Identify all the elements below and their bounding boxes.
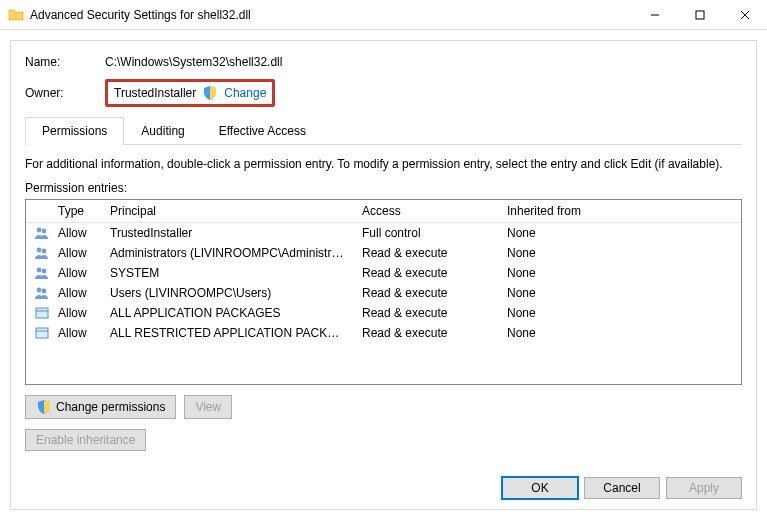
enable-inheritance-button[interactable]: Enable inheritance bbox=[25, 429, 146, 451]
cell-type: Allow bbox=[50, 222, 102, 244]
cell-type: Allow bbox=[50, 242, 102, 264]
folder-icon bbox=[8, 7, 24, 23]
svg-point-9 bbox=[42, 269, 47, 274]
change-permissions-button[interactable]: Change permissions bbox=[25, 395, 176, 419]
table-row[interactable]: AllowALL RESTRICTED APPLICATION PACKAGES… bbox=[26, 323, 741, 343]
svg-rect-1 bbox=[696, 11, 704, 19]
owner-label: Owner: bbox=[25, 86, 105, 100]
cell-principal: ALL RESTRICTED APPLICATION PACKAGES bbox=[102, 322, 354, 344]
name-label: Name: bbox=[25, 55, 105, 69]
cell-access: Read & execute bbox=[354, 302, 499, 324]
svg-point-5 bbox=[42, 229, 47, 234]
shield-icon bbox=[36, 399, 52, 415]
view-button[interactable]: View bbox=[184, 395, 232, 419]
ok-button[interactable]: OK bbox=[502, 477, 578, 499]
permission-list[interactable]: Type Principal Access Inherited from All… bbox=[25, 199, 742, 385]
minimize-button[interactable] bbox=[632, 0, 677, 29]
window-title: Advanced Security Settings for shell32.d… bbox=[30, 8, 632, 22]
cell-type: Allow bbox=[50, 262, 102, 284]
change-owner-link[interactable]: Change bbox=[224, 86, 266, 100]
maximize-button[interactable] bbox=[677, 0, 722, 29]
shield-icon bbox=[202, 85, 218, 101]
table-row[interactable]: AllowTrustedInstallerFull controlNone bbox=[26, 223, 741, 243]
cell-principal: Users (LIVINROOMPC\Users) bbox=[102, 282, 354, 304]
package-icon bbox=[26, 321, 50, 345]
cell-inherited: None bbox=[499, 302, 741, 324]
cell-type: Allow bbox=[50, 322, 102, 344]
cell-inherited: None bbox=[499, 322, 741, 344]
col-principal[interactable]: Principal bbox=[102, 200, 354, 222]
table-row[interactable]: AllowSYSTEMRead & executeNone bbox=[26, 263, 741, 283]
entries-label: Permission entries: bbox=[25, 181, 742, 195]
svg-point-7 bbox=[42, 249, 47, 254]
tab-auditing[interactable]: Auditing bbox=[124, 117, 201, 144]
apply-button[interactable]: Apply bbox=[666, 477, 742, 499]
tab-permissions[interactable]: Permissions bbox=[25, 117, 124, 144]
cell-access: Read & execute bbox=[354, 282, 499, 304]
svg-point-8 bbox=[37, 268, 42, 273]
svg-point-10 bbox=[37, 288, 42, 293]
cell-principal: Administrators (LIVINROOMPC\Administra..… bbox=[102, 242, 354, 264]
col-type[interactable]: Type bbox=[50, 200, 102, 222]
svg-point-4 bbox=[37, 228, 42, 233]
cell-principal: SYSTEM bbox=[102, 262, 354, 284]
owner-value: TrustedInstaller bbox=[114, 86, 196, 100]
table-row[interactable]: AllowUsers (LIVINROOMPC\Users)Read & exe… bbox=[26, 283, 741, 303]
cell-principal: ALL APPLICATION PACKAGES bbox=[102, 302, 354, 324]
cell-principal: TrustedInstaller bbox=[102, 222, 354, 244]
close-button[interactable] bbox=[722, 0, 767, 29]
info-text: For additional information, double-click… bbox=[25, 157, 742, 171]
cell-access: Read & execute bbox=[354, 262, 499, 284]
owner-highlight: TrustedInstaller Change bbox=[105, 79, 275, 107]
cell-type: Allow bbox=[50, 282, 102, 304]
cell-type: Allow bbox=[50, 302, 102, 324]
tab-effective-access[interactable]: Effective Access bbox=[202, 117, 323, 144]
change-permissions-label: Change permissions bbox=[56, 400, 165, 414]
table-row[interactable]: AllowALL APPLICATION PACKAGESRead & exec… bbox=[26, 303, 741, 323]
cell-inherited: None bbox=[499, 242, 741, 264]
cell-access: Read & execute bbox=[354, 322, 499, 344]
list-header: Type Principal Access Inherited from bbox=[26, 200, 741, 223]
cell-inherited: None bbox=[499, 222, 741, 244]
cell-access: Full control bbox=[354, 222, 499, 244]
col-inherited[interactable]: Inherited from bbox=[499, 200, 741, 222]
dialog-content: Name: C:\Windows\System32\shell32.dll Ow… bbox=[10, 40, 757, 510]
svg-rect-14 bbox=[36, 328, 48, 338]
svg-point-6 bbox=[37, 248, 42, 253]
svg-point-11 bbox=[42, 289, 47, 294]
dialog-footer: OK Cancel Apply bbox=[502, 477, 742, 499]
table-row[interactable]: AllowAdministrators (LIVINROOMPC\Adminis… bbox=[26, 243, 741, 263]
cell-inherited: None bbox=[499, 262, 741, 284]
titlebar: Advanced Security Settings for shell32.d… bbox=[0, 0, 767, 30]
cell-inherited: None bbox=[499, 282, 741, 304]
svg-rect-12 bbox=[36, 308, 48, 318]
cell-access: Read & execute bbox=[354, 242, 499, 264]
name-value: C:\Windows\System32\shell32.dll bbox=[105, 55, 282, 69]
col-access[interactable]: Access bbox=[354, 200, 499, 222]
tab-strip: Permissions Auditing Effective Access bbox=[25, 117, 742, 145]
cancel-button[interactable]: Cancel bbox=[584, 477, 660, 499]
